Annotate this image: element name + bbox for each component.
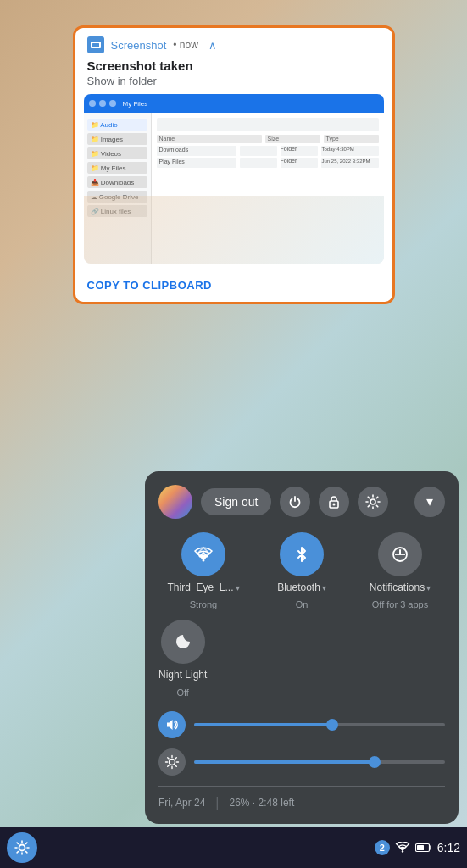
bluetooth-circle <box>280 532 324 576</box>
fm-main: Name Size Type DownloadsFolderToday 4:30… <box>152 113 384 264</box>
wifi-dropdown-icon: ▾ <box>236 583 240 593</box>
copy-to-clipboard-btn[interactable]: COPY TO CLIPBOARD <box>75 272 392 302</box>
sign-out-button[interactable]: Sign out <box>201 488 271 515</box>
brightness-slider-row <box>158 748 445 776</box>
svg-point-9 <box>170 760 175 765</box>
chevron-down-icon: ▾ <box>426 493 433 509</box>
wifi-sublabel: Strong <box>190 599 217 609</box>
notification-time: • now <box>173 39 198 51</box>
bluetooth-sublabel: On <box>296 599 309 609</box>
quick-settings-panel: Sign out ▾ <box>145 471 459 824</box>
svg-point-10 <box>19 845 25 851</box>
volume-icon[interactable] <box>158 711 186 738</box>
fm-titlebar: My Files <box>84 94 384 113</box>
toggles-grid: Third_Eye_L... ▾ Strong Bluetooth ▾ On <box>158 532 445 610</box>
taskbar-left <box>7 832 37 863</box>
brightness-icon[interactable] <box>158 748 186 776</box>
night-light-circle <box>161 620 205 664</box>
bluetooth-label-row: Bluetooth ▾ <box>277 581 326 595</box>
notifications-toggle[interactable]: Notifications ▾ Off for 3 apps <box>355 532 445 610</box>
svg-point-4 <box>370 499 375 504</box>
volume-track[interactable] <box>194 723 445 726</box>
toggles-row2: Night Light Off <box>158 620 445 698</box>
fm-sidebar: 📁 Audio 📁 Images 📁 Videos 📁 My Files 📥 D… <box>84 113 152 264</box>
volume-slider-row <box>158 711 445 738</box>
notifications-sublabel: Off for 3 apps <box>372 599 428 609</box>
expand-button[interactable]: ▾ <box>414 487 445 517</box>
notification-header: Screenshot • now ∧ <box>75 28 392 58</box>
notifications-dropdown-icon: ▾ <box>426 583 431 593</box>
notification-expand[interactable]: ∧ <box>208 39 217 52</box>
settings-button[interactable] <box>358 487 388 517</box>
status-area: 2 6:12 <box>375 840 460 855</box>
notification-title: Screenshot taken <box>75 58 392 75</box>
night-light-toggle[interactable]: Night Light Off <box>158 620 207 698</box>
svg-rect-1 <box>92 43 99 47</box>
brightness-fill <box>194 760 375 764</box>
battery-info: 26% · 2:48 left <box>230 797 295 809</box>
volume-thumb[interactable] <box>326 719 338 731</box>
wifi-status-icon <box>395 842 410 854</box>
date-text: Fri, Apr 24 <box>158 797 205 809</box>
clock: 6:12 <box>437 841 460 854</box>
notification-card: Screenshot • now ∧ Screenshot taken Show… <box>73 25 395 304</box>
brightness-thumb[interactable] <box>369 756 381 768</box>
svg-point-11 <box>402 850 403 852</box>
taskbar-settings-btn[interactable] <box>7 832 37 863</box>
volume-fill <box>194 723 332 726</box>
svg-rect-13 <box>417 845 424 850</box>
notifications-circle <box>378 532 422 576</box>
svg-point-5 <box>203 559 205 561</box>
bottom-info: Fri, Apr 24 | 26% · 2:48 left <box>158 786 445 810</box>
wifi-name: Third_Eye_L... <box>167 581 233 595</box>
wifi-label-row: Third_Eye_L... ▾ <box>167 581 239 595</box>
power-button[interactable] <box>280 487 310 517</box>
wifi-circle <box>181 532 225 576</box>
avatar <box>158 485 192 519</box>
notification-subtitle: Show in folder <box>75 75 392 94</box>
app-name: Screenshot <box>111 39 167 52</box>
night-light-sublabel: Off <box>176 687 188 698</box>
user-row: Sign out ▾ <box>158 485 445 519</box>
notifications-name: Notifications <box>370 581 425 595</box>
bluetooth-dropdown-icon: ▾ <box>322 583 326 593</box>
app-icon <box>87 36 104 53</box>
night-light-name: Night Light <box>158 669 207 682</box>
svg-point-3 <box>333 503 336 505</box>
battery-status-icon <box>415 843 432 853</box>
wifi-toggle[interactable]: Third_Eye_L... ▾ Strong <box>158 532 248 610</box>
notification-badge: 2 <box>375 840 390 855</box>
fm-body: 📁 Audio 📁 Images 📁 Videos 📁 My Files 📥 D… <box>84 113 384 264</box>
brightness-track[interactable] <box>194 760 445 764</box>
notification-preview: My Files 📁 Audio 📁 Images 📁 Videos 📁 My … <box>84 94 384 264</box>
file-manager-mockup: My Files 📁 Audio 📁 Images 📁 Videos 📁 My … <box>84 94 384 264</box>
taskbar: 2 6:12 <box>0 827 467 868</box>
bluetooth-name: Bluetooth <box>277 581 320 595</box>
bluetooth-toggle[interactable]: Bluetooth ▾ On <box>257 532 347 610</box>
notifications-label-row: Notifications ▾ <box>370 581 431 595</box>
lock-button[interactable] <box>319 487 349 517</box>
